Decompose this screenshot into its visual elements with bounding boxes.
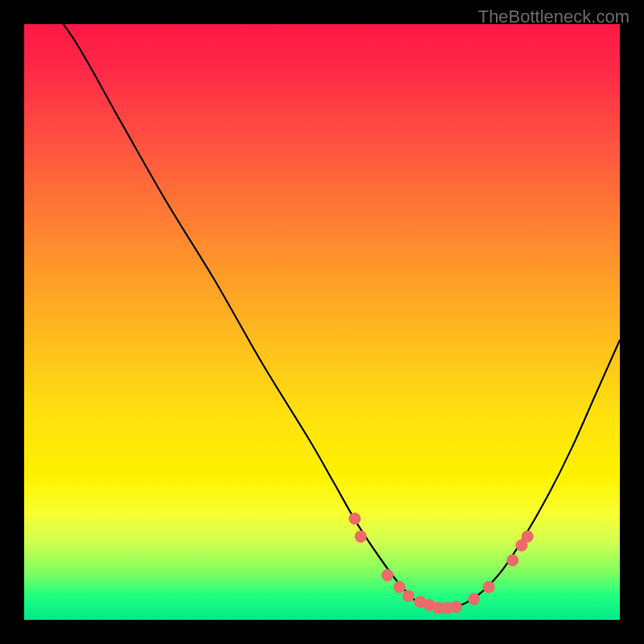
marker-point	[522, 530, 534, 543]
marker-point	[483, 581, 495, 593]
marker-point	[402, 590, 415, 602]
marker-point	[506, 555, 518, 567]
marker-point	[355, 530, 367, 543]
marker-point	[450, 601, 462, 613]
marker-point	[349, 513, 361, 525]
curve-markers	[349, 513, 534, 614]
watermark-text: TheBottleneck.com	[478, 6, 630, 27]
bottleneck-curve	[24, 24, 620, 609]
chart-plot-area	[24, 24, 620, 620]
marker-point	[394, 581, 406, 593]
chart-svg-layer	[24, 24, 620, 620]
marker-point	[468, 593, 480, 605]
marker-point	[382, 569, 394, 581]
